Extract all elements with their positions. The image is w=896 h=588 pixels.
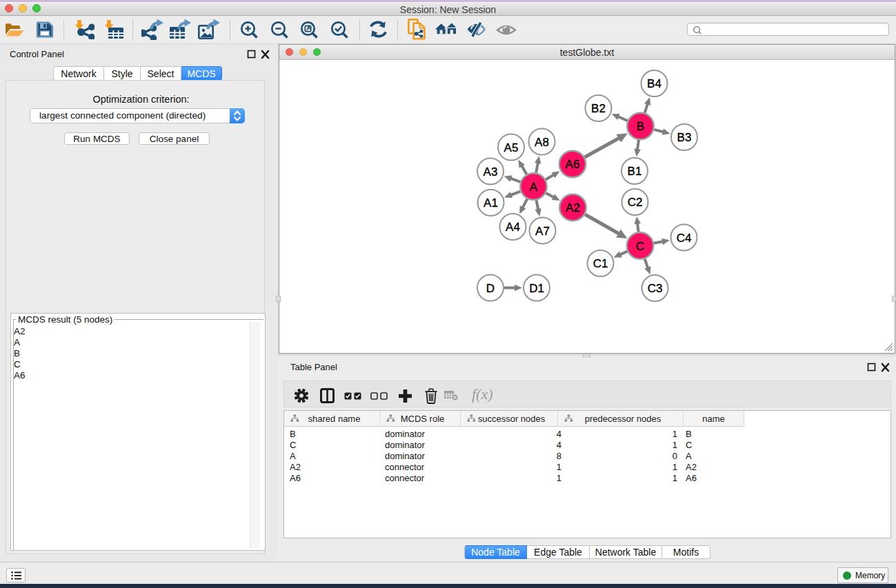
svg-text:A2: A2: [566, 201, 580, 214]
svg-text:B3: B3: [677, 131, 692, 144]
svg-text:B2: B2: [591, 102, 606, 115]
svg-text:A4: A4: [506, 221, 520, 234]
svg-text:D: D: [486, 282, 495, 295]
svg-text:A8: A8: [535, 136, 549, 149]
svg-text:A1: A1: [484, 196, 498, 210]
svg-text:B: B: [637, 120, 644, 133]
svg-text:B4: B4: [647, 77, 661, 90]
svg-text:A3: A3: [484, 165, 498, 179]
svg-text:C4: C4: [677, 232, 692, 245]
svg-text:B1: B1: [628, 165, 642, 178]
svg-text:A7: A7: [535, 225, 550, 238]
svg-text:C2: C2: [628, 196, 643, 209]
svg-text:D1: D1: [529, 282, 544, 295]
svg-text:C1: C1: [593, 257, 608, 270]
svg-text:A: A: [530, 181, 538, 194]
svg-text:C3: C3: [648, 282, 663, 295]
svg-text:A5: A5: [504, 141, 519, 154]
svg-text:C: C: [636, 240, 644, 253]
svg-text:A6: A6: [566, 158, 580, 171]
